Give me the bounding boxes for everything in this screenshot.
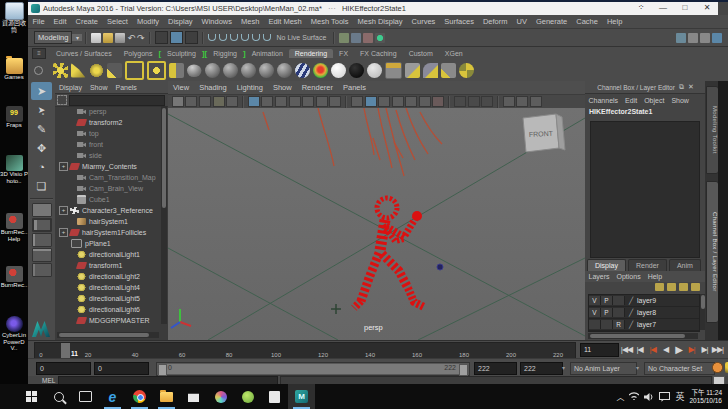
menu-edit-mesh[interactable]: Edit Mesh (268, 17, 301, 26)
expand-icon[interactable]: + (59, 206, 68, 215)
play-backwards-button[interactable]: ◀ (659, 342, 672, 357)
move-layer-down-icon[interactable] (667, 283, 676, 291)
layout-two-pane-side-button[interactable] (32, 233, 52, 247)
shaderball-blinn-icon[interactable] (223, 63, 238, 78)
viewport-menu-renderer[interactable]: Renderer (302, 83, 333, 92)
area-light-icon[interactable] (125, 61, 144, 80)
spot-light-icon[interactable] (71, 63, 86, 78)
shelf-popup-icon[interactable] (34, 66, 43, 75)
layout-two-pane-stacked-button[interactable] (32, 248, 52, 262)
channel-box-menu-show[interactable]: Show (671, 97, 689, 104)
range-end-handle[interactable] (459, 364, 468, 376)
anim-layer-selector[interactable]: No Anim Layer (570, 362, 637, 375)
tray-chevron-up-icon[interactable]: ︿ (616, 391, 624, 402)
sidebar-attr-editor-icon[interactable] (676, 33, 686, 43)
desktop-icon-powerdvd[interactable]: CyberLin PowerDV.. (0, 316, 28, 352)
create-layer-from-selected-icon[interactable] (691, 283, 700, 291)
directional-light-icon[interactable] (107, 63, 122, 78)
new-scene-icon[interactable] (91, 33, 101, 43)
taskbar-app-notes[interactable] (261, 384, 288, 409)
render-current-frame-icon[interactable] (405, 63, 420, 78)
outliner-item[interactable]: directionalLight4 (77, 282, 140, 293)
red-character[interactable] (354, 198, 424, 308)
select-component-icon[interactable] (185, 31, 198, 44)
layer-tab-display[interactable]: Display (587, 259, 626, 271)
menu-create[interactable]: Create (76, 17, 99, 26)
render-icon[interactable] (351, 33, 361, 43)
menu-generate[interactable]: Generate (536, 17, 567, 26)
viewport-menu-show[interactable]: Show (273, 83, 292, 92)
view-transform-icon[interactable] (530, 96, 542, 107)
menu-mesh-tools[interactable]: Mesh Tools (311, 17, 349, 26)
outliner-item[interactable]: front (77, 139, 103, 150)
go-to-end-button[interactable]: ▶▶| (711, 342, 724, 357)
outliner-item[interactable]: transform1 (77, 260, 122, 271)
layered-shader-icon[interactable] (295, 63, 310, 78)
layout-single-pane-button[interactable] (32, 203, 52, 217)
menu-surfaces[interactable]: Surfaces (444, 17, 474, 26)
outliner-item[interactable]: directionalLight1 (77, 249, 140, 260)
shelf-tab-rendering[interactable]: Rendering (289, 49, 333, 58)
desktop-icon-burnrec[interactable]: BurnRec.. (0, 266, 28, 289)
outliner-vertical-scrollbar[interactable] (161, 106, 167, 324)
hypershade-icon[interactable] (385, 62, 402, 79)
taskbar-search-button[interactable] (45, 384, 72, 409)
redo-icon[interactable]: ↷ (137, 33, 145, 43)
outliner-horizontal-scrollbar[interactable] (57, 332, 159, 338)
outliner-item[interactable]: +hairSystem1Follicles (59, 227, 146, 238)
layer-row[interactable]: V P ╱ layer9 (589, 295, 699, 307)
layer-menu-help[interactable]: Help (648, 273, 662, 280)
outliner-item[interactable]: MDGGRPMASTER (77, 315, 150, 326)
desktop-icon-3d-photo[interactable]: 3D Visio Photo.. (0, 155, 28, 184)
multisample-icon[interactable] (351, 96, 363, 107)
snap-projected-center-icon[interactable] (241, 34, 249, 41)
light-editor-icon[interactable] (169, 63, 184, 78)
expand-icon[interactable]: + (59, 162, 68, 171)
shadows-icon[interactable] (302, 96, 314, 107)
title-bar[interactable]: Autodesk Maya 2016 - Trial Version: C:\U… (28, 2, 718, 15)
shaderball-displacement-icon[interactable] (187, 63, 202, 78)
outliner-item[interactable]: hairSystem1 (77, 216, 128, 227)
layer-row[interactable]: V P ╱ layer8 (589, 307, 699, 319)
chevron-down-icon[interactable]: ▾ (72, 34, 82, 41)
render-settings-icon[interactable] (375, 33, 385, 43)
outliner-item[interactable]: +Miarmy_Contents (59, 161, 137, 172)
menu-curves[interactable]: Curves (412, 17, 436, 26)
layer-display-type-toggle[interactable] (613, 296, 625, 305)
shaderball-lambert-icon[interactable] (241, 63, 256, 78)
outliner-filter-icon[interactable] (57, 95, 67, 105)
xray-icon[interactable] (468, 96, 480, 107)
layer-color-swatch[interactable]: ╱ (625, 321, 637, 329)
rotate-tool[interactable]: ◔ (31, 158, 52, 176)
snap-curve-icon[interactable] (219, 34, 227, 41)
step-back-key-button[interactable]: |◀ (646, 342, 659, 357)
gamma-icon[interactable] (516, 96, 528, 107)
menu-edit[interactable]: Edit (54, 17, 67, 26)
move-tool[interactable]: ✥ (31, 139, 52, 157)
render-settings-shelf-icon[interactable] (459, 63, 474, 78)
current-time-marker[interactable] (61, 343, 70, 359)
volume-icon[interactable] (644, 392, 654, 402)
gate-mask-icon[interactable] (419, 96, 431, 107)
outliner-item[interactable]: transform2 (77, 117, 122, 128)
menu-mesh[interactable]: Mesh (241, 17, 259, 26)
layer-tab-render[interactable]: Render (628, 259, 667, 271)
chat-icon[interactable] (659, 392, 670, 402)
undo-icon[interactable]: ↶ (127, 33, 135, 43)
taskbar-maya[interactable]: M (288, 384, 315, 409)
expand-icon[interactable]: + (59, 228, 68, 237)
viewport-menu-shading[interactable]: Shading (199, 83, 227, 92)
layout-outliner-persp-button[interactable] (32, 263, 52, 277)
shelf-tab-sculpting[interactable]: Sculpting (161, 49, 202, 58)
desktop-icon-burnrec-help[interactable]: BurnRec.. Help (0, 213, 28, 242)
sidebar-tool-settings-icon[interactable] (688, 33, 698, 43)
channel-box-menu-edit[interactable]: Edit (625, 97, 637, 104)
chevron-down-icon[interactable]: ▾ (636, 364, 639, 371)
channel-list-empty[interactable] (590, 121, 700, 258)
menu-display[interactable]: Display (168, 17, 193, 26)
surface-shader-white-icon[interactable] (331, 63, 346, 78)
create-empty-layer-icon[interactable] (679, 283, 688, 291)
shelf-tab-animation[interactable]: Animation (246, 49, 289, 58)
sidebar-channel-box-icon[interactable] (700, 33, 710, 43)
snap-point-icon[interactable] (230, 34, 238, 41)
